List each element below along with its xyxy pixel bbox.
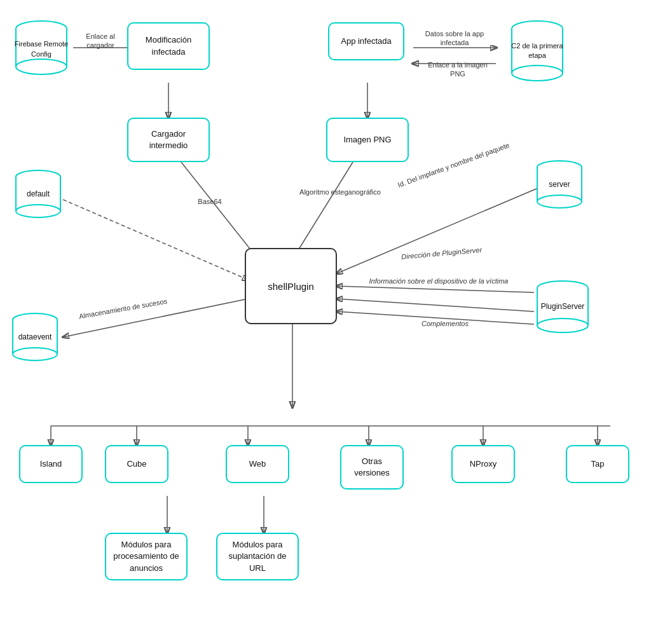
pluginserver-cylinder: PluginServer	[534, 280, 591, 334]
label-info-victima: Información sobre el dispositivo de la v…	[366, 277, 512, 285]
imagen-png-box: Imagen PNG	[326, 118, 409, 162]
app-infectada-box: App infectada	[328, 22, 404, 60]
svg-point-27	[16, 59, 67, 74]
c2-cylinder: C2 de la primera etapa	[509, 19, 566, 83]
label-enlace-cargador: Enlace al cargador	[75, 32, 126, 50]
dataevent-cylinder: dataevent	[10, 312, 60, 362]
default-label: default	[27, 189, 50, 200]
default-cylinder: default	[13, 168, 64, 219]
firebase-label: Firebase Remote Config	[13, 36, 70, 59]
label-direccion-plugin: Dirección de PluginServer	[378, 243, 505, 264]
svg-line-10	[337, 286, 534, 292]
label-datos-app: Datos sobre la app infectada	[420, 29, 490, 48]
modulos-url-box: Módulos para suplantación de URL	[216, 533, 299, 580]
dataevent-label: dataevent	[18, 332, 52, 343]
label-complementos: Complementos	[388, 319, 502, 328]
tap-box: Tap	[566, 445, 629, 483]
svg-line-6	[296, 162, 353, 254]
diagram: Firebase Remote Config default server	[0, 0, 651, 644]
cube-box: Cube	[105, 445, 168, 483]
svg-line-5	[181, 162, 254, 254]
server-cylinder: server	[534, 159, 585, 210]
svg-point-32	[16, 205, 60, 217]
island-box: Island	[19, 445, 83, 483]
label-enlace-png: Enlace a la imagen PNG	[423, 60, 493, 79]
modulos-anuncios-box: Módulos para procesamiento de anuncios	[105, 533, 188, 580]
svg-line-7	[57, 197, 248, 280]
c2-label: C2 de la primera etapa	[509, 41, 566, 61]
server-label: server	[549, 179, 570, 190]
label-algoritmo: Algoritmo esteganográfico	[289, 188, 391, 196]
nproxy-box: NProxy	[451, 445, 515, 483]
shellplugin-box: shellPlugin	[245, 248, 337, 324]
firebase-cylinder: Firebase Remote Config	[13, 19, 70, 76]
svg-point-37	[537, 195, 582, 208]
svg-line-8	[337, 184, 547, 273]
svg-line-11	[337, 299, 534, 312]
modificacion-box: Modificación infectada	[127, 22, 210, 70]
pluginserver-label: PluginServer	[541, 301, 585, 312]
svg-point-42	[512, 65, 563, 81]
web-box: Web	[226, 445, 289, 483]
svg-point-47	[13, 348, 57, 360]
cargador-box: Cargador intermedio	[127, 118, 210, 162]
svg-point-52	[537, 319, 588, 332]
label-almacenamiento: Almacenamiento de sucesos	[63, 294, 184, 324]
label-base64: Base64	[191, 197, 229, 206]
otras-box: Otras versiones	[340, 445, 404, 490]
